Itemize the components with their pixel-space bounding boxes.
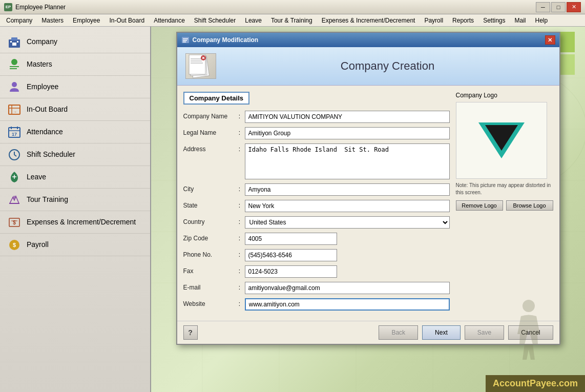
sidebar-label-expenses: Expenses & Increment/Decrement (27, 218, 136, 226)
menu-company[interactable]: Company (2, 15, 36, 26)
sidebar-label-masters: Masters (27, 60, 52, 69)
sidebar-item-company[interactable]: Company (0, 31, 150, 53)
titlebar: EP Employee Planner ─ □ ✕ (0, 0, 585, 14)
next-button[interactable]: Next (422, 325, 461, 340)
svg-rect-8 (10, 68, 17, 69)
menu-help[interactable]: Help (531, 15, 552, 26)
menubar: Company Masters Employee In-Out Board At… (0, 14, 585, 27)
fax-label: Fax (183, 265, 235, 275)
sidebar-item-masters[interactable]: Masters (0, 53, 150, 76)
save-button[interactable]: Save (465, 325, 504, 340)
svg-point-57 (523, 300, 535, 312)
website-row: Website : (183, 298, 450, 311)
sidebar-label-tour: Tour Training (27, 195, 68, 204)
legal-name-input[interactable] (245, 127, 450, 139)
phone-input[interactable] (245, 249, 337, 261)
sidebar-item-tour[interactable]: Tour Training (0, 189, 150, 211)
fax-input[interactable] (245, 265, 337, 278)
svg-rect-7 (10, 66, 19, 67)
address-input[interactable] (245, 143, 450, 179)
menu-reports[interactable]: Reports (448, 15, 478, 26)
modal-titlebar: Company Modification ✕ (177, 33, 559, 47)
state-label: State (183, 200, 235, 209)
sidebar-label-employee: Employee (27, 82, 58, 91)
state-input[interactable] (245, 200, 450, 212)
content-area: 🌍 (151, 27, 585, 392)
sidebar-item-payroll[interactable]: $ Payroll (0, 234, 150, 256)
sidebar-label-shift: Shift Scheduler (27, 150, 75, 159)
modal-title-text: Company Modification (193, 36, 259, 44)
modal-header: Company Creation (177, 47, 559, 86)
sidebar-item-inout[interactable]: → In-Out Board (0, 98, 150, 121)
menu-shift[interactable]: Shift Scheduler (190, 15, 240, 26)
remove-logo-button[interactable]: Remove Logo (456, 200, 503, 211)
back-button[interactable]: Back (379, 325, 418, 340)
state-row: State : (183, 200, 450, 212)
menu-masters[interactable]: Masters (37, 15, 68, 26)
svg-rect-53 (191, 63, 203, 64)
modal-body: Company Details Company Name : Legal Nam… (177, 86, 559, 321)
sidebar-item-leave[interactable]: Leave (0, 166, 150, 189)
svg-point-9 (12, 82, 17, 87)
email-row: E-mail : (183, 282, 450, 294)
maximize-button[interactable]: □ (551, 2, 566, 12)
email-input[interactable] (245, 282, 450, 294)
svg-text:→: → (13, 110, 17, 114)
sidebar-label-attendance: Attendance (27, 128, 63, 136)
zip-row: Zip Code : (183, 233, 450, 245)
city-input[interactable] (245, 183, 450, 196)
logo-buttons: Remove Logo Browse Logo (456, 200, 553, 211)
address-label: Address (183, 143, 235, 153)
menu-expenses[interactable]: Expenses & Increment/Decrement (318, 15, 420, 26)
website-input[interactable] (245, 298, 450, 311)
sidebar-item-employee[interactable]: Employee (0, 76, 150, 98)
modal-title-left: Company Modification (181, 36, 259, 44)
menu-tour[interactable]: Tour & Training (267, 15, 317, 26)
titlebar-controls: ─ □ ✕ (536, 2, 581, 12)
browse-logo-button[interactable]: Browse Logo (506, 200, 553, 211)
city-label: City (183, 183, 235, 193)
sidebar-label-company: Company (27, 37, 57, 46)
main-container: Company Masters Employee → In-Out Board … (0, 27, 585, 392)
titlebar-left: EP Employee Planner (4, 3, 66, 11)
city-row: City : (183, 183, 450, 196)
modal-close-button[interactable]: ✕ (545, 35, 555, 45)
menu-payroll[interactable]: Payroll (420, 15, 447, 26)
menu-attendance[interactable]: Attendance (150, 15, 189, 26)
zip-input[interactable] (245, 233, 337, 245)
phone-label: Phone No. (183, 249, 235, 258)
fax-row: Fax : (183, 265, 450, 278)
modal-header-icon (185, 53, 216, 79)
tour-icon (7, 193, 22, 207)
svg-rect-3 (14, 43, 16, 46)
country-select[interactable]: United States Canada United Kingdom Indi… (245, 216, 450, 229)
menu-settings[interactable]: Settings (479, 15, 509, 26)
watermark: AccountPayee.com (486, 375, 585, 392)
company-name-input[interactable] (245, 111, 450, 123)
menu-leave[interactable]: Leave (241, 15, 266, 26)
form-section: Company Details Company Name : Legal Nam… (183, 92, 456, 315)
menu-inout[interactable]: In-Out Board (105, 15, 149, 26)
menu-employee[interactable]: Employee (69, 15, 104, 26)
logo-title: Company Logo (456, 92, 553, 99)
minimize-button[interactable]: ─ (536, 2, 550, 12)
sidebar-label-inout: In-Out Board (27, 105, 68, 114)
expenses-icon: $ (7, 215, 22, 230)
leave-icon (7, 170, 22, 184)
shift-icon (7, 148, 22, 162)
close-button[interactable]: ✕ (567, 2, 581, 12)
help-button[interactable]: ? (183, 325, 198, 340)
company-modification-modal: Company Modification ✕ (176, 32, 560, 345)
svg-rect-4 (10, 41, 12, 43)
app-icon: EP (4, 3, 12, 11)
sidebar-label-leave: Leave (27, 173, 46, 181)
logo-triangle (478, 122, 525, 158)
sidebar-item-attendance[interactable]: 17 Attendance (0, 121, 150, 143)
sidebar-item-shift[interactable]: Shift Scheduler (0, 143, 150, 166)
modal-footer: ? Back Next Save Cancel (177, 321, 559, 344)
employee-icon (7, 80, 22, 94)
menu-mail[interactable]: Mail (510, 15, 530, 26)
sidebar-label-payroll: Payroll (27, 240, 49, 249)
sidebar-item-expenses[interactable]: $ Expenses & Increment/Decrement (0, 211, 150, 234)
modal-icon (181, 36, 190, 44)
